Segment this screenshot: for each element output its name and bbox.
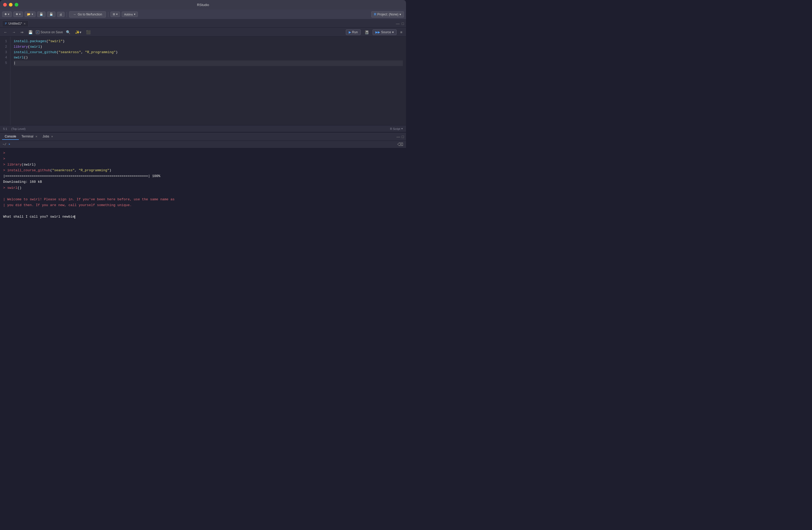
- source-on-save-checkbox[interactable]: ✓: [36, 30, 40, 34]
- save-button[interactable]: 💾: [37, 12, 45, 17]
- save-file-button[interactable]: 💾: [27, 30, 34, 35]
- search-button[interactable]: 🔍: [64, 30, 72, 35]
- save-all-button[interactable]: 💾: [47, 12, 56, 17]
- console-container: Console Terminal ✕ Jobs ✕ — □ ~/ ➤ ⌫ > >…: [0, 132, 406, 222]
- console-output[interactable]: > > > library(swirl) > install_course_gi…: [0, 148, 406, 222]
- expand-console-button[interactable]: □: [402, 135, 404, 139]
- line-numbers: 1 2 3 4 5: [0, 37, 11, 125]
- source-file-button[interactable]: ⇒: [19, 30, 25, 35]
- tab-controls: — □: [396, 22, 404, 26]
- minimize-button[interactable]: [9, 3, 13, 6]
- source-icon: ▶▶: [375, 30, 380, 34]
- top-toolbar: ✚ ▾ ✚ ▾ 📂 ▾ 💾 💾 🖨 → Go to file/function …: [0, 10, 406, 19]
- format-button[interactable]: ≡: [399, 30, 404, 35]
- code-line-5: |: [14, 60, 403, 66]
- traffic-lights: [3, 3, 18, 6]
- console-toolbar: ~/ ➤ ⌫: [0, 141, 406, 148]
- forward-button[interactable]: →: [11, 30, 17, 35]
- jobs-tab-close[interactable]: ✕: [51, 135, 53, 138]
- source-on-save-toggle[interactable]: ✓ Source on Save: [36, 30, 63, 34]
- clear-console-button[interactable]: ⌫: [397, 142, 403, 147]
- go-to-file-arrow-icon: →: [73, 13, 76, 16]
- editor-status-bar: 5:1 (Top Level) R Script ▾: [0, 125, 406, 132]
- source-label: Source: [381, 30, 391, 34]
- status-right: R Script ▾: [390, 127, 403, 130]
- title-bar: RStudio: [0, 0, 406, 10]
- new-file-chevron: ▾: [8, 13, 10, 16]
- open-file-icon: 📂: [27, 13, 31, 16]
- home-icon: ~/: [3, 143, 6, 147]
- code-tools-button[interactable]: ✨▾: [73, 30, 83, 35]
- new-project-button[interactable]: ✚ ▾: [13, 12, 23, 17]
- print-icon: 🖨: [59, 13, 62, 16]
- console-line-prompt2: >: [3, 156, 403, 162]
- new-project-icon: ✚: [16, 13, 18, 16]
- new-file-button[interactable]: ✚ ▾: [2, 12, 12, 17]
- tab-close-button[interactable]: ✕: [24, 22, 26, 25]
- console-line-prompt1: >: [3, 150, 403, 156]
- terminal-tab-close[interactable]: ✕: [35, 135, 38, 138]
- close-button[interactable]: [3, 3, 7, 6]
- grid-icon: ⊞: [113, 13, 115, 16]
- editor-tab-untitled1[interactable]: P Untitled1* ✕: [2, 20, 29, 26]
- source-button[interactable]: ▶▶ Source ▾: [373, 29, 396, 35]
- console-line-input: What shall I call you? swirl newbie: [3, 214, 403, 220]
- code-line-1: install.packages("swirl"): [14, 39, 403, 44]
- r-icon: R: [374, 13, 376, 16]
- line-num-3: 3: [2, 50, 7, 55]
- cursor-position: 5:1: [3, 127, 7, 130]
- jobs-tab-label: Jobs: [43, 135, 49, 138]
- console-line-swirl: > swirl(): [3, 185, 403, 191]
- console-tab-label: Console: [5, 135, 16, 138]
- grid-view-button[interactable]: ⊞ ▾: [111, 12, 120, 17]
- stop-button[interactable]: ⬛: [85, 30, 92, 35]
- code-content[interactable]: install.packages("swirl") library(swirl)…: [11, 37, 406, 125]
- console-tab-bar: Console Terminal ✕ Jobs ✕ — □: [0, 132, 406, 141]
- addins-label: Addins: [124, 13, 133, 16]
- print-button[interactable]: 🖨: [57, 12, 64, 17]
- save-icon: 💾: [40, 13, 43, 16]
- open-file-button[interactable]: 📂 ▾: [25, 12, 35, 17]
- console-line-blank2: [3, 208, 403, 214]
- addins-chevron: ▾: [134, 13, 135, 16]
- editor-toolbar-right: ▶ Run 📓 ▶▶ Source ▾ ≡: [346, 29, 404, 35]
- maximize-button[interactable]: [15, 3, 18, 6]
- project-label: Project: (None): [377, 13, 398, 16]
- line-num-5: 5: [2, 60, 7, 66]
- run-button[interactable]: ▶ Run: [346, 29, 361, 35]
- navigate-forward-icon[interactable]: ➤: [9, 142, 10, 147]
- editor-toolbar: ← → ⇒ 💾 ✓ Source on Save 🔍 ✨▾ ⬛ ▶ Run 📓 …: [0, 28, 406, 37]
- console-tab-console[interactable]: Console: [2, 134, 19, 140]
- r-file-icon: P: [5, 22, 7, 25]
- line-num-1: 1: [2, 39, 7, 44]
- line-num-4: 4: [2, 55, 7, 60]
- notebook-button[interactable]: 📓: [363, 30, 371, 35]
- back-button[interactable]: ←: [2, 30, 9, 35]
- console-line-library: > library(swirl): [3, 162, 403, 168]
- collapse-editor-button[interactable]: —: [396, 22, 400, 26]
- grid-chevron: ▾: [116, 13, 118, 16]
- terminal-tab-label: Terminal: [21, 135, 33, 138]
- addins-button[interactable]: Addins ▾: [122, 12, 138, 17]
- open-file-chevron: ▾: [32, 13, 33, 16]
- console-tab-jobs[interactable]: Jobs ✕: [40, 134, 56, 140]
- console-line-downloading: Downloading: 160 kB: [3, 179, 403, 185]
- code-line-4: swirl(): [14, 55, 403, 60]
- tab-label: Untitled1*: [9, 22, 22, 25]
- scope-level: (Top Level): [11, 127, 25, 130]
- go-to-file-button[interactable]: → Go to file/function: [69, 11, 106, 17]
- console-line-welcome1: | Welcome to swirl! Please sign in. If y…: [3, 197, 403, 203]
- project-button[interactable]: R Project: (None) ▾: [371, 11, 404, 17]
- new-file-icon: ✚: [4, 13, 7, 16]
- collapse-console-button[interactable]: —: [396, 135, 400, 139]
- editor-tab-bar: P Untitled1* ✕ — □: [0, 19, 406, 28]
- code-editor: 1 2 3 4 5 install.packages("swirl") libr…: [0, 37, 406, 125]
- console-line-progress: |=======================================…: [3, 173, 403, 179]
- code-line-3: install_course_github("seankross", "R_pr…: [14, 50, 403, 55]
- project-chevron: ▾: [400, 13, 401, 16]
- window-title: RStudio: [197, 3, 209, 7]
- expand-editor-button[interactable]: □: [402, 22, 404, 26]
- console-tab-terminal[interactable]: Terminal ✕: [19, 134, 40, 140]
- go-to-file-label: Go to file/function: [78, 13, 102, 16]
- code-line-2: library(swirl): [14, 44, 403, 50]
